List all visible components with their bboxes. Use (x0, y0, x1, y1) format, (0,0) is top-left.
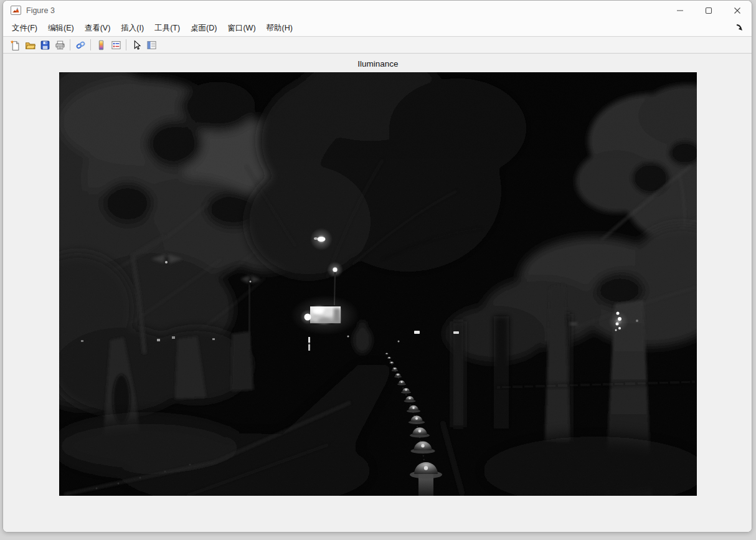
open-property-inspector-icon (146, 40, 157, 50)
minimize-icon (676, 7, 684, 14)
close-button[interactable] (723, 1, 752, 20)
print-figure-icon (55, 40, 65, 50)
dock-figure-arrow-icon[interactable] (734, 22, 744, 32)
insert-colorbar-button[interactable] (94, 38, 108, 52)
menu-file[interactable]: 文件(F) (12, 23, 37, 34)
toolbar-separator (70, 39, 70, 50)
toolbar-separator (126, 39, 126, 50)
maximize-button[interactable] (694, 1, 723, 20)
open-file-button[interactable] (23, 38, 37, 52)
link-plot-button[interactable] (73, 38, 87, 52)
save-figure-icon (40, 40, 50, 50)
menu-tools[interactable]: 工具(T) (154, 23, 180, 34)
maximize-icon (705, 7, 712, 14)
menu-view[interactable]: 查看(V) (85, 23, 111, 34)
save-figure-button[interactable] (38, 38, 52, 52)
night-scene (59, 72, 697, 496)
open-file-icon (25, 40, 35, 50)
insert-legend-button[interactable] (109, 38, 123, 52)
minimize-button[interactable] (666, 1, 694, 20)
insert-legend-icon (111, 40, 121, 50)
menu-edit[interactable]: 编辑(E) (48, 23, 74, 34)
menu-window[interactable]: 窗口(W) (227, 23, 255, 34)
matlab-icon (11, 6, 21, 15)
new-figure-icon (10, 40, 21, 50)
title-bar[interactable]: Figure 3 (3, 1, 752, 20)
film-grain-overlay (59, 72, 697, 496)
open-property-inspector-button[interactable] (144, 38, 158, 52)
close-icon (734, 7, 741, 14)
print-figure-button[interactable] (53, 38, 67, 52)
window-title: Figure 3 (26, 6, 55, 15)
link-plot-icon (75, 40, 86, 50)
menu-desktop[interactable]: 桌面(D) (191, 23, 217, 34)
illuminance-image (59, 72, 697, 496)
new-figure-button[interactable] (8, 38, 22, 52)
figure-canvas: Iluminance (3, 54, 752, 533)
menu-insert[interactable]: 插入(I) (121, 23, 144, 34)
plot-title: Iluminance (59, 59, 697, 69)
figure-toolbar (3, 37, 752, 54)
edit-plot-button[interactable] (130, 38, 143, 52)
figure-window: Figure 3 文件(F) 编辑(E) 查看(V) (2, 0, 752, 533)
menu-help[interactable]: 帮助(H) (267, 23, 293, 34)
menu-bar: 文件(F) 编辑(E) 查看(V) 插入(I) 工具(T) 桌面(D) 窗口(W… (3, 20, 752, 37)
edit-plot-icon (131, 40, 142, 50)
insert-colorbar-icon (96, 40, 106, 50)
toolbar-separator (90, 39, 91, 50)
